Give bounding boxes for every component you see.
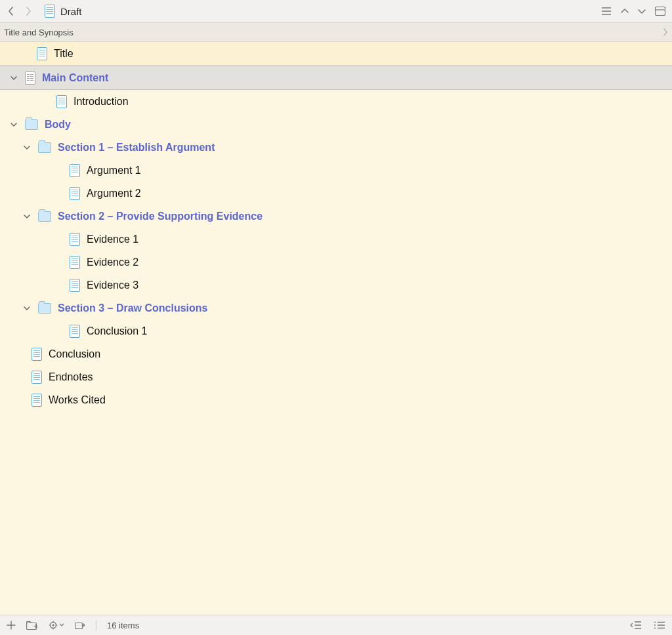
folder-icon-wrap — [38, 142, 51, 153]
outline-row-label: Conclusion 1 — [87, 325, 148, 337]
column-header-label: Title and Synopsis — [4, 28, 74, 37]
disclosure-triangle-icon[interactable] — [24, 213, 32, 220]
svg-rect-0 — [656, 7, 665, 16]
document-icon — [70, 164, 80, 177]
document-icon — [70, 279, 80, 292]
app-window: Draft Title and Synopsis TitleMain Conte… — [0, 0, 672, 635]
svg-point-12 — [654, 628, 656, 629]
folder-icon — [25, 119, 38, 130]
layout-toggle-icon[interactable] — [655, 7, 665, 16]
outline-row-label: Main Content — [42, 72, 108, 84]
outline-view[interactable]: TitleMain ContentIntroductionBodySection… — [0, 42, 672, 615]
document-icon — [32, 348, 42, 361]
item-count-label: 16 items — [107, 621, 139, 630]
outline-row[interactable]: Body — [0, 113, 672, 136]
document-breadcrumb[interactable]: Draft — [45, 5, 82, 18]
document-icon — [45, 5, 55, 18]
svg-point-4 — [52, 624, 54, 626]
outline-row[interactable]: Section 2 – Provide Supporting Evidence — [0, 205, 672, 228]
document-icon — [70, 187, 80, 200]
outdent-icon[interactable] — [630, 621, 642, 630]
outline-row[interactable]: Works Cited — [0, 388, 672, 411]
forward-button[interactable] — [24, 7, 33, 16]
outline-row-label: Section 2 – Provide Supporting Evidence — [58, 211, 262, 222]
folder-icon — [38, 142, 51, 153]
doc-icon-wrap — [32, 371, 42, 384]
disclosure-triangle-icon[interactable] — [10, 121, 18, 128]
document-icon — [37, 47, 47, 60]
add-button[interactable] — [7, 621, 16, 630]
document-icon — [56, 95, 67, 108]
outline-row[interactable]: Evidence 3 — [0, 274, 672, 297]
outline-row-label: Evidence 1 — [87, 234, 138, 245]
outline-row-label: Evidence 2 — [87, 256, 138, 268]
outline-row-label: Body — [45, 119, 71, 131]
outline-row[interactable]: Evidence 1 — [0, 228, 672, 251]
doc-icon-wrap — [70, 325, 80, 338]
outline-row[interactable]: Conclusion — [0, 342, 672, 365]
outline-row-label: Title — [54, 48, 74, 60]
outline-row-label: Conclusion — [49, 348, 100, 360]
folder-icon — [38, 211, 51, 222]
share-icon[interactable] — [75, 621, 85, 630]
outline-row[interactable]: Section 1 – Establish Argument — [0, 136, 672, 159]
outline-row[interactable]: Introduction — [0, 90, 672, 113]
add-folder-button[interactable] — [26, 621, 38, 630]
disclosure-triangle-icon[interactable] — [10, 75, 18, 81]
folder-icon-wrap — [38, 211, 51, 222]
outline-row-label: Argument 1 — [87, 165, 141, 176]
header-expand-icon[interactable] — [663, 28, 668, 36]
move-down-button[interactable] — [638, 7, 646, 16]
document-icon — [70, 325, 80, 338]
outline-row[interactable]: Title — [0, 42, 672, 66]
doc-icon-wrap — [32, 394, 42, 407]
doc-icon-wrap — [32, 348, 42, 361]
svg-point-11 — [654, 625, 656, 626]
footer-bar: 16 items — [0, 615, 672, 635]
document-title: Draft — [60, 6, 82, 17]
outline-row-label: Works Cited — [49, 394, 106, 406]
outline-row-label: Section 1 – Establish Argument — [58, 142, 215, 154]
doc-icon-wrap — [70, 187, 80, 200]
column-header-bar: Title and Synopsis — [0, 23, 672, 42]
outline-row-label: Introduction — [74, 96, 129, 108]
footer-divider — [96, 620, 96, 630]
disclosure-triangle-icon[interactable] — [24, 305, 32, 312]
document-icon — [70, 256, 80, 269]
action-gear-menu[interactable] — [49, 621, 64, 630]
document-icon — [32, 371, 42, 384]
folder-icon-wrap — [25, 119, 38, 130]
outline-row-label: Section 3 – Draw Conclusions — [58, 302, 208, 314]
doc-icon-wrap — [37, 47, 47, 60]
outline-row[interactable]: Argument 1 — [0, 159, 672, 182]
outline-row-label: Evidence 3 — [87, 279, 138, 291]
folder-icon — [38, 303, 51, 314]
index-icon-wrap — [25, 72, 35, 85]
outline-row[interactable]: Conclusion 1 — [0, 319, 672, 342]
doc-icon-wrap — [56, 95, 67, 108]
doc-icon-wrap — [70, 256, 80, 269]
menu-lines-icon[interactable] — [601, 7, 612, 16]
outline-row[interactable]: Argument 2 — [0, 182, 672, 205]
move-up-button[interactable] — [621, 7, 629, 16]
footer-right-group — [630, 621, 665, 630]
list-icon[interactable] — [654, 621, 665, 630]
outline-row[interactable]: Main Content — [0, 66, 672, 90]
svg-rect-9 — [75, 623, 83, 629]
index-document-icon — [25, 72, 35, 85]
doc-icon-wrap — [70, 164, 80, 177]
folder-icon-wrap — [38, 303, 51, 314]
document-icon — [70, 233, 80, 246]
disclosure-triangle-icon[interactable] — [24, 144, 32, 151]
toolbar-right-group — [601, 7, 665, 16]
doc-icon-wrap — [70, 279, 80, 292]
back-button[interactable] — [7, 7, 16, 16]
doc-icon-wrap — [70, 233, 80, 246]
outline-row-label: Endnotes — [49, 371, 93, 383]
outline-row[interactable]: Section 3 – Draw Conclusions — [0, 297, 672, 319]
outline-row-label: Argument 2 — [87, 188, 141, 199]
document-icon — [32, 394, 42, 407]
outline-row[interactable]: Evidence 2 — [0, 251, 672, 274]
outline-row[interactable]: Endnotes — [0, 365, 672, 388]
svg-point-10 — [654, 622, 656, 623]
